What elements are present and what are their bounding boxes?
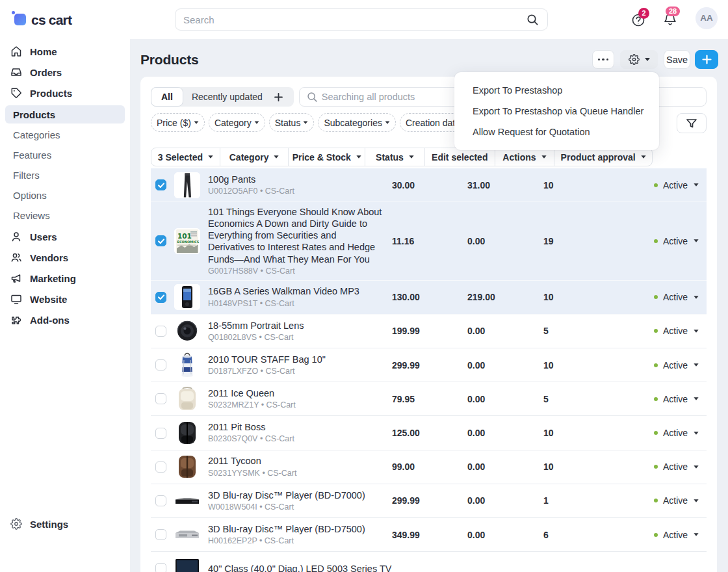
sidebar-subitem-options[interactable]: Options [5,186,125,204]
product-image[interactable]: 101ECONOMICS [174,228,200,254]
product-image[interactable] [174,522,200,548]
product-qty[interactable]: 10 [543,360,654,370]
product-list-price[interactable]: 0.00 [467,462,543,472]
help-button[interactable]: 2 [627,7,649,29]
product-status-dropdown[interactable]: Active [654,462,707,472]
row-checkbox[interactable] [155,428,166,439]
row-checkbox[interactable] [155,393,166,404]
product-name-link[interactable]: 40" Class (40.0" Diag.) LED 5003 Series … [208,563,385,572]
notifications-button[interactable]: 28 [659,7,681,29]
row-checkbox[interactable] [155,326,166,337]
toolbar-3-selected[interactable]: 3 Selected [151,148,220,166]
row-checkbox-checked[interactable] [155,235,166,246]
product-name-link[interactable]: 16GB A Series Walkman Video MP3 [208,285,385,297]
product-status-dropdown[interactable]: Active [654,180,707,190]
product-name-link[interactable]: 2011 Ice Queen [208,387,385,399]
product-image[interactable] [174,386,200,412]
filter-chip-subcategories[interactable]: Subcategories [318,113,396,132]
menu-item-allow-request-for-quotation[interactable]: Allow Request for Quotation [454,122,659,142]
product-name-link[interactable]: 2011 Tycoon [208,455,385,467]
sidebar-item-website[interactable]: Website [0,289,130,309]
product-price[interactable]: 79.95 [392,394,467,404]
row-checkbox[interactable] [155,563,166,572]
sidebar-item-settings[interactable]: Settings [0,514,130,534]
product-name-link[interactable]: 18-55mm Portrait Lens [208,320,385,332]
product-status-dropdown[interactable]: Active [654,236,707,246]
sidebar-subitem-categories[interactable]: Categories [5,125,125,144]
product-status-dropdown[interactable]: Active [654,360,707,370]
product-price[interactable]: 11.16 [392,236,467,246]
sidebar-subitem-features[interactable]: Features [5,146,125,164]
product-qty[interactable]: 10 [543,428,654,438]
row-checkbox[interactable] [155,462,166,473]
product-list-price[interactable]: 31.00 [467,180,543,190]
product-status-dropdown[interactable]: Active [654,394,707,404]
row-checkbox[interactable] [155,359,166,370]
sidebar-item-orders[interactable]: Orders [0,62,130,83]
toolbar-price-stock[interactable]: Price & Stock [289,148,365,166]
filter-chip-price-[interactable]: Price ($) [151,113,205,132]
product-name-link[interactable]: 2011 Pit Boss [208,421,385,433]
row-checkbox-checked[interactable] [155,179,166,190]
sidebar-item-add-ons[interactable]: Add-ons [0,309,130,330]
product-qty[interactable]: 19 [543,236,654,246]
product-price[interactable]: 199.99 [392,326,467,336]
product-qty[interactable]: 10 [543,180,654,190]
sidebar-subitem-products[interactable]: Products [5,105,125,124]
product-image[interactable] [174,172,200,198]
toolbar-status[interactable]: Status [365,148,425,166]
product-image[interactable] [174,318,200,344]
product-list-price[interactable]: 0.00 [467,236,543,246]
product-list-price[interactable]: 0.00 [467,530,543,540]
product-name-link[interactable]: 101 Things Everyone Should Know About Ec… [208,206,385,265]
product-qty[interactable]: 10 [543,462,654,472]
product-qty[interactable]: 10 [543,292,654,302]
product-price[interactable]: 99.00 [392,462,467,472]
add-tab-button[interactable] [271,93,294,101]
product-name-link[interactable]: 3D Blu-ray Disc™ Player (BD-D7500) [208,523,385,535]
toolbar-category[interactable]: Category [220,148,289,166]
product-list-price[interactable]: 0.00 [467,360,543,370]
product-image[interactable] [174,284,200,310]
product-price[interactable]: 299.99 [392,360,467,370]
sidebar-item-products[interactable]: Products [0,83,130,103]
product-status-dropdown[interactable]: Active [654,428,707,438]
tab-all[interactable]: All [151,87,183,107]
toolbar-edit-selected[interactable]: Edit selected [425,148,495,166]
sidebar-subitem-reviews[interactable]: Reviews [5,206,125,224]
product-price[interactable]: 125.00 [392,428,467,438]
product-qty[interactable]: 5 [543,326,654,336]
product-price[interactable]: 130.00 [392,292,467,302]
add-product-button[interactable] [695,50,718,69]
product-price[interactable]: 349.99 [392,530,467,540]
sidebar-item-marketing[interactable]: Marketing [0,268,130,289]
sidebar-item-vendors[interactable]: Vendors [0,247,130,268]
cs-cart-logo[interactable]: cs cart [10,6,153,32]
product-image[interactable] [174,454,200,480]
product-image[interactable] [174,352,200,378]
toolbar-actions[interactable]: Actions [495,148,555,166]
more-actions-button[interactable] [592,50,614,69]
row-checkbox-checked[interactable] [155,292,166,303]
save-button[interactable]: Save [664,50,690,69]
product-status-dropdown[interactable]: Active [654,326,707,336]
menu-item-export-to-prestashop-via-queue-handler[interactable]: Export To Prestashop via Queue Handler [454,101,659,122]
product-list-price[interactable]: 0.00 [467,394,543,404]
product-qty[interactable]: 6 [543,530,654,540]
product-price[interactable]: 30.00 [392,180,467,190]
product-price[interactable]: 299.99 [392,495,467,506]
row-checkbox[interactable] [155,495,166,506]
menu-item-export-to-prestashop[interactable]: Export To Prestashop [454,80,659,101]
product-status-dropdown[interactable]: Active [654,292,707,302]
product-image[interactable] [174,556,200,572]
product-list-price[interactable]: 219.00 [467,292,543,302]
global-search-input[interactable] [183,9,521,30]
product-name-link[interactable]: 3D Blu-ray Disc™ Player (BD-D7000) [208,489,385,501]
gear-dropdown-button[interactable] [620,50,658,69]
product-image[interactable] [174,420,200,446]
sidebar-subitem-filters[interactable]: Filters [5,166,125,184]
toolbar-product-approval[interactable]: Product approval [554,148,652,166]
product-image[interactable] [174,488,200,514]
tab-recently-updated[interactable]: Recently updated [183,92,271,102]
product-status-dropdown[interactable]: Active [654,530,707,540]
